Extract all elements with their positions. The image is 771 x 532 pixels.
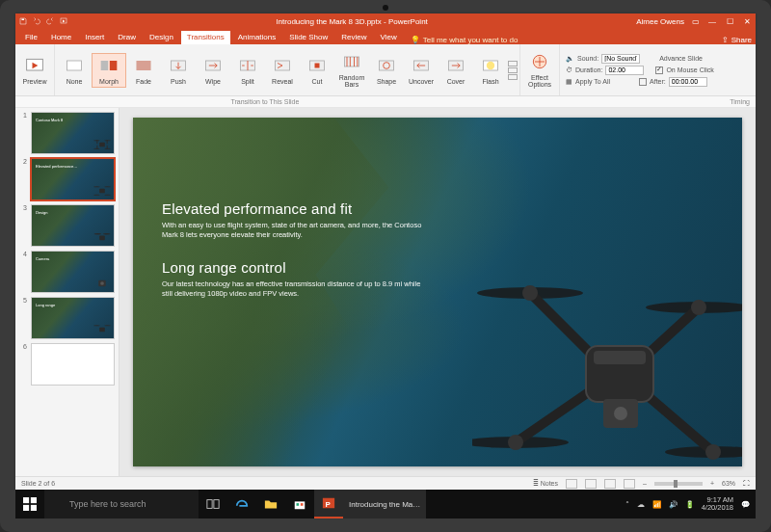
taskbar-window-title[interactable]: Introducing the Ma… [343,490,426,519]
slide-thumbnail-4[interactable]: Camera [31,251,115,293]
transition-none[interactable]: None [57,54,92,87]
svg-point-33 [93,195,100,196]
transition-shape[interactable]: Shape [369,54,404,87]
tab-file[interactable]: File [19,31,43,44]
task-view-button[interactable] [199,490,227,519]
start-button[interactable] [15,497,44,511]
transition-reveal[interactable]: Reveal [265,54,300,87]
svg-point-48 [522,285,538,301]
tell-me-search[interactable]: 💡 Tell me what you want to do [411,36,518,44]
preview-button[interactable]: Preview [17,54,52,87]
slide-thumbnail-6[interactable] [31,343,115,386]
transitions-gallery-more[interactable] [508,61,518,80]
status-bar: Slide 2 of 6 ≣ Notes – + 63% ⛶ [15,476,756,490]
save-icon[interactable] [19,17,27,25]
taskbar-file-explorer[interactable] [256,490,285,519]
tab-view[interactable]: View [375,31,403,44]
zoom-percent[interactable]: 63% [722,480,735,487]
svg-rect-28 [107,140,108,144]
tab-animations[interactable]: Animations [232,31,282,44]
share-button[interactable]: ⇪ Share [722,36,752,44]
slide-text-block[interactable]: Elevated performance and fit With an eas… [162,200,432,319]
maximize-button[interactable]: ☐ [725,17,734,26]
on-mouse-click-checkbox[interactable] [655,66,663,74]
tab-review[interactable]: Review [335,31,372,44]
tab-design[interactable]: Design [144,31,179,44]
transition-wipe[interactable]: Wipe [196,54,230,87]
slide-thumbnail-2[interactable]: Elevated performance… [31,158,115,200]
normal-view-button[interactable] [566,479,577,489]
after-input[interactable] [669,77,707,87]
tray-battery-icon[interactable]: 🔋 [685,500,694,509]
zoom-out-button[interactable]: – [643,480,647,487]
tray-network-icon[interactable]: 📶 [652,500,661,509]
transition-morph[interactable]: Morph [92,53,126,88]
svg-rect-64 [297,503,300,506]
svg-point-55 [614,407,627,420]
transition-cut[interactable]: Cut [300,54,334,87]
slide-thumbnail-3[interactable]: Design [31,204,115,247]
drone-3d-model[interactable] [472,254,742,466]
svg-point-23 [104,140,111,141]
thumb-number: 2 [19,158,27,200]
taskbar-edge[interactable] [227,490,256,519]
action-center-icon[interactable]: 💬 [741,500,750,509]
duration-icon: ⏱ [566,66,572,73]
slide-thumbnail-1[interactable]: Contoso Mark 8 [31,112,115,154]
slide-thumbnails-pane[interactable]: 1 Contoso Mark 8 2 Elevated performance…… [15,108,120,476]
sound-select[interactable] [601,54,640,64]
svg-rect-43 [99,328,105,332]
cover-icon [446,56,465,75]
slide-counter[interactable]: Slide 2 of 6 [21,480,55,487]
tab-home[interactable]: Home [45,31,77,44]
reading-view-button[interactable] [604,479,616,489]
tab-transitions[interactable]: Transitions [181,31,230,44]
user-name[interactable]: Aimee Owens [636,17,684,26]
tab-insert[interactable]: Insert [79,31,110,44]
taskbar-store[interactable] [285,490,314,519]
transition-flash[interactable]: Flash [473,54,508,87]
transition-push[interactable]: Push [161,54,196,87]
transition-split[interactable]: Split [230,54,265,87]
zoom-in-button[interactable]: + [710,480,714,487]
tray-clock[interactable]: 9:17 AM 4/20/2018 [702,496,733,513]
effect-options-button[interactable]: Effect Options [522,50,557,90]
apply-to-all-button[interactable]: Apply To All [575,78,610,85]
undo-icon[interactable] [33,17,40,25]
duration-input[interactable] [605,66,644,75]
fit-to-window-button[interactable]: ⛶ [743,480,750,487]
flash-icon [481,56,500,75]
taskbar-search[interactable]: Type here to search [44,490,199,519]
taskbar-powerpoint[interactable]: P [314,490,343,519]
transition-random-bars[interactable]: Random Bars [334,50,369,90]
svg-point-37 [103,233,110,234]
transition-uncover[interactable]: Uncover [404,54,439,87]
slide-canvas[interactable]: Elevated performance and fit With an eas… [133,118,742,466]
zoom-slider[interactable] [654,482,703,486]
tray-volume-icon[interactable]: 🔊 [669,500,678,509]
minimize-button[interactable]: — [707,17,717,26]
svg-rect-27 [96,140,97,144]
transition-cover[interactable]: Cover [439,54,473,87]
slide-canvas-area[interactable]: Elevated performance and fit With an eas… [120,108,756,476]
after-checkbox[interactable] [639,78,647,86]
slide-sorter-view-button[interactable] [585,479,597,489]
search-placeholder: Type here to search [69,499,146,509]
tab-draw[interactable]: Draw [112,31,142,44]
svg-point-34 [104,195,111,196]
tray-onedrive-icon[interactable]: ☁ [637,500,645,509]
tray-chevron-up-icon[interactable]: ˄ [625,500,629,509]
reveal-icon [273,56,292,75]
system-tray: ˄ ☁ 📶 🔊 🔋 9:17 AM 4/20/2018 💬 [620,496,756,513]
slide-thumbnail-5[interactable]: Long range [31,297,115,339]
window-title: Introducing the Mark 8 3D.pptx - PowerPo… [67,17,636,26]
start-from-beginning-icon[interactable] [60,17,67,25]
tab-slideshow[interactable]: Slide Show [283,31,333,44]
close-button[interactable]: ✕ [742,17,752,26]
transition-fade[interactable]: Fade [126,54,161,87]
slideshow-view-button[interactable] [624,479,635,489]
ribbon-options-icon[interactable]: ▭ [692,17,700,26]
redo-icon[interactable] [46,17,54,25]
notes-button[interactable]: ≣ Notes [533,480,558,488]
sound-label: Sound: [577,55,598,62]
